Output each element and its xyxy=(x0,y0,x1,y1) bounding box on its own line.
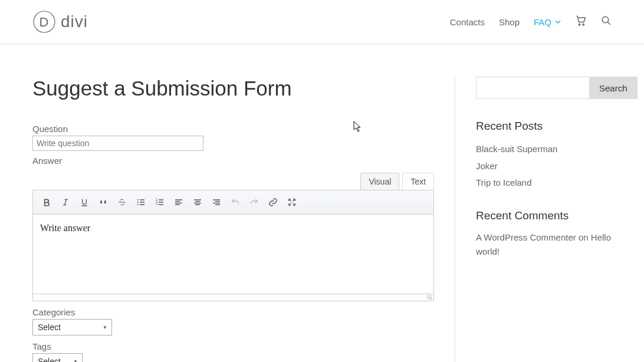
comment-item: A WordPress Commenter on Hello world! xyxy=(476,231,612,259)
strikethrough-button[interactable] xyxy=(113,194,131,210)
svg-point-4 xyxy=(602,17,609,23)
bold-button[interactable] xyxy=(38,194,55,210)
tags-label: Tags xyxy=(32,341,434,351)
site-header: D divi Contacts Shop FAQ xyxy=(0,0,644,44)
redo-button[interactable] xyxy=(245,194,263,210)
tab-visual[interactable]: Visual xyxy=(360,173,399,190)
svg-text:3: 3 xyxy=(156,203,157,206)
nav-faq-label: FAQ xyxy=(534,17,551,27)
search-widget: Search xyxy=(476,77,612,99)
cart-icon[interactable] xyxy=(575,15,587,29)
editor-toolbar: 123 xyxy=(32,190,434,215)
link-button[interactable] xyxy=(264,194,282,210)
svg-point-5 xyxy=(137,199,139,200)
fullscreen-button[interactable] xyxy=(283,194,301,210)
tab-text[interactable]: Text xyxy=(402,173,434,190)
numbered-list-button[interactable]: 123 xyxy=(151,194,169,210)
sidebar-search-button[interactable]: Search xyxy=(589,77,638,99)
nav-shop[interactable]: Shop xyxy=(499,17,520,27)
recent-posts-list: Black-suit Superman Joker Trip to Icelan… xyxy=(476,141,612,192)
answer-editor[interactable]: Write answer xyxy=(32,215,434,294)
bullet-list-button[interactable] xyxy=(132,194,150,210)
answer-label: Answer xyxy=(32,156,434,166)
list-item[interactable]: Trip to Iceland xyxy=(476,175,612,192)
main-content: Suggest a Submission Form Question Answe… xyxy=(32,77,455,362)
chevron-down-icon xyxy=(555,20,561,24)
question-label: Question xyxy=(32,124,434,134)
list-item[interactable]: Black-suit Superman xyxy=(476,141,612,158)
comment-author-link[interactable]: A WordPress Commenter xyxy=(476,232,576,242)
question-input[interactable] xyxy=(32,136,203,151)
categories-select[interactable]: Select xyxy=(32,319,112,335)
svg-text:D: D xyxy=(40,15,50,29)
recent-posts-title: Recent Posts xyxy=(476,120,612,133)
logo-text: divi xyxy=(61,12,88,31)
sidebar: Search Recent Posts Black-suit Superman … xyxy=(476,77,612,362)
nav-contacts[interactable]: Contacts xyxy=(450,17,485,27)
svg-point-6 xyxy=(137,202,139,203)
list-item[interactable]: Joker xyxy=(476,158,612,175)
categories-label: Categories xyxy=(32,307,434,317)
svg-point-3 xyxy=(583,24,584,25)
editor-tabs: Visual Text xyxy=(32,173,434,190)
align-center-button[interactable] xyxy=(189,194,206,210)
editor-resize-handle[interactable] xyxy=(32,294,434,301)
page-title: Suggest a Submission Form xyxy=(32,77,434,100)
sidebar-search-input[interactable] xyxy=(476,77,589,99)
align-left-button[interactable] xyxy=(170,194,188,210)
svg-point-7 xyxy=(137,204,139,205)
svg-point-2 xyxy=(579,24,580,25)
italic-button[interactable] xyxy=(57,194,74,210)
undo-button[interactable] xyxy=(226,194,244,210)
underline-button[interactable] xyxy=(75,194,93,210)
recent-comments-title: Recent Comments xyxy=(476,209,612,222)
search-icon[interactable] xyxy=(601,15,612,28)
tags-select[interactable]: Select xyxy=(32,353,83,362)
primary-nav: Contacts Shop FAQ xyxy=(450,15,612,29)
nav-faq[interactable]: FAQ xyxy=(534,17,561,27)
logo-icon: D xyxy=(32,10,56,34)
site-logo[interactable]: D divi xyxy=(32,10,88,34)
quote-button[interactable] xyxy=(94,194,112,210)
align-right-button[interactable] xyxy=(208,194,225,210)
